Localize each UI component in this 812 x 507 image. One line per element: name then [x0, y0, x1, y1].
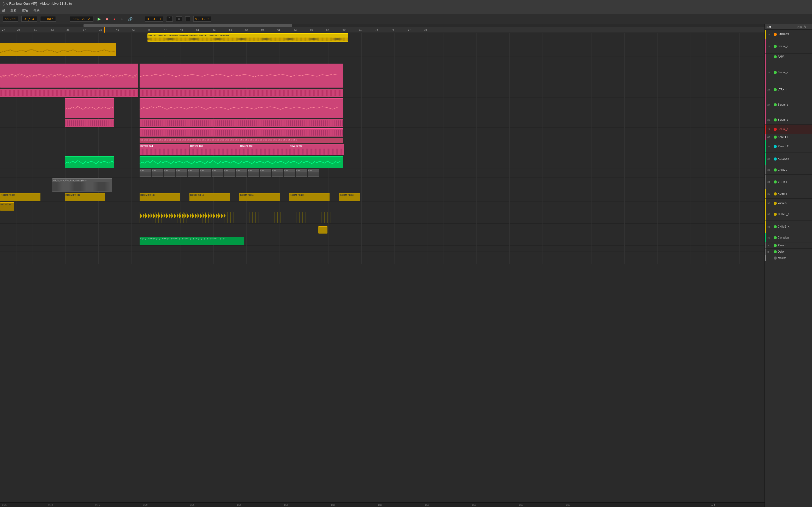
clip-various[interactable]: us 2 - Crow	[0, 202, 14, 211]
track-26-activate[interactable]	[774, 88, 777, 91]
clip-kdbm-7[interactable]: KDBM FX (4)	[339, 193, 360, 201]
clip-cris-1[interactable]: Cris	[140, 169, 151, 177]
clip-serum27-b[interactable]	[140, 98, 343, 118]
tracks-scroll-area[interactable]: SAKURO_SAKURO_SAKURO_SAKURO_SAKURO_SAKUR…	[0, 33, 764, 502]
clip-kdbm-4[interactable]: KDBM FX (4)	[190, 193, 230, 201]
track-header-39[interactable]: 39 Cymatica	[765, 233, 812, 242]
track-master-activate[interactable]	[774, 257, 777, 260]
clip-sakuro-main[interactable]: SAKURO_SAKURO_SAKURO_SAKURO_SAKURO_SAKUR…	[147, 34, 348, 42]
clip-cris-9[interactable]: Cris	[236, 169, 247, 177]
clip-ltrx-a[interactable]	[0, 89, 138, 97]
record-button[interactable]: ●	[112, 17, 116, 21]
clip-serum25-b[interactable]	[140, 64, 343, 88]
more-icon[interactable]: ⋯	[807, 25, 810, 29]
track-29-activate[interactable]	[774, 128, 777, 131]
clip-cris-3[interactable]: Cris	[164, 169, 175, 177]
clip-kdbm-6[interactable]: KDBM FX (4)	[289, 193, 329, 201]
track-header-b-delay[interactable]: B Delay	[765, 249, 812, 255]
track-28-activate[interactable]	[774, 118, 777, 121]
clip-aceaur-b[interactable]	[140, 156, 343, 168]
track-38-activate[interactable]	[774, 225, 777, 228]
menu-options[interactable]: 选项	[22, 8, 28, 13]
tempo-display[interactable]: 99.00	[3, 16, 18, 22]
track-header-a-reverb[interactable]: A Reverb	[765, 242, 812, 249]
track-header-25[interactable]: 25 Serum_s	[765, 60, 812, 85]
clip-aceaur-a[interactable]	[65, 156, 114, 168]
clip-cris-14[interactable]: Cris	[296, 169, 307, 177]
track-35-activate[interactable]	[774, 192, 777, 195]
clip-cris-10[interactable]: Cris	[248, 169, 259, 177]
track-b-activate[interactable]	[774, 250, 777, 253]
clip-reverb-tail-1[interactable]: Reverb Tail	[140, 144, 189, 155]
track-header-37[interactable]: 37 CHIME_K	[765, 208, 812, 221]
loop-end-display[interactable]: 5. 1. 0	[193, 16, 211, 22]
track-header-36[interactable]: 36 Various	[765, 199, 812, 208]
clip-cris-12[interactable]: Cris	[272, 169, 283, 177]
track-30-activate[interactable]	[774, 135, 777, 139]
clip-cris-2[interactable]: Cris	[152, 169, 163, 177]
scroll-thumb[interactable]	[84, 24, 292, 27]
clip-cris-7[interactable]: Cris	[212, 169, 223, 177]
quantize-display[interactable]: 1 Bar	[40, 16, 56, 22]
track-header-38[interactable]: 38 CHIME_K	[765, 221, 812, 233]
loop-button[interactable]: 🔗	[127, 17, 134, 21]
time-sig-display[interactable]: 3 / 4	[21, 16, 37, 22]
position-display[interactable]: 98. 2. 2	[70, 16, 93, 22]
track-25-activate[interactable]	[774, 71, 777, 74]
clip-cris-13[interactable]: Cris	[284, 169, 295, 177]
clip-ltrx-b[interactable]	[140, 89, 343, 97]
clip-cris-8[interactable]: Cris	[223, 169, 235, 177]
track-header-35[interactable]: 35 KDBM F	[765, 189, 812, 199]
menu-view[interactable]: 查看	[10, 8, 17, 13]
track-header-papa[interactable]: PAPA	[765, 54, 812, 60]
clip-cris-11[interactable]: Cris	[260, 169, 271, 177]
clip-reverb-tail-4[interactable]: Reverb Tail	[289, 144, 344, 155]
clip-serum28-a[interactable]	[65, 119, 114, 127]
clip-serum27-a[interactable]	[65, 98, 114, 118]
clip-kdbm-3[interactable]: KDBM FX (4)	[140, 193, 180, 201]
track-36-activate[interactable]	[774, 202, 777, 205]
clip-cris-6[interactable]: Cris	[200, 169, 211, 177]
add-button[interactable]: +	[120, 17, 124, 21]
track-header-34[interactable]: 34 VR_fx_r	[765, 175, 812, 189]
track-header-22[interactable]: 22 SAKURO	[765, 30, 812, 39]
track-34-activate[interactable]	[774, 180, 777, 183]
next-icon[interactable]: ▷	[800, 25, 803, 29]
track-39-activate[interactable]	[774, 236, 777, 239]
track-header-32[interactable]: 32 ACEAUR	[765, 153, 812, 165]
clip-serum25-a[interactable]	[0, 64, 138, 88]
menu-help[interactable]: 帮助	[34, 8, 40, 13]
track-header-27[interactable]: 27 Serum_s	[765, 94, 812, 115]
clip-serum28-b[interactable]	[140, 119, 343, 127]
track-header-30[interactable]: 30 SAMPLIF	[765, 134, 812, 140]
play-button[interactable]: ▶	[97, 16, 102, 21]
track-22-activate[interactable]	[774, 33, 777, 36]
track-header-31[interactable]: 31 Reverb T	[765, 140, 812, 153]
track-37-activate[interactable]	[774, 213, 777, 216]
track-header-23[interactable]: 23 Serum_s	[765, 39, 812, 54]
track-header-28[interactable]: 28 Serum_s	[765, 115, 812, 125]
clip-serum29[interactable]	[140, 128, 343, 136]
track-31-activate[interactable]	[774, 145, 777, 148]
clip-reverb-tail-3[interactable]: Reverb Tail	[239, 144, 289, 155]
prev-icon[interactable]: ◁	[797, 25, 799, 29]
clip-cymatica[interactable]: Cy Cy CCy Cy Cy Cy CCy Cy CCy Cy CCy Cy …	[140, 237, 244, 245]
clip-kdbm-2[interactable]: KDBM FX (4)	[65, 193, 105, 201]
clip-reverb-tail-2[interactable]: Reverb Tail	[190, 144, 239, 155]
track-header-26[interactable]: 26 LTRX_h	[765, 85, 812, 94]
track-32-activate[interactable]	[774, 158, 777, 161]
track-a-activate[interactable]	[774, 244, 777, 247]
track-header-master[interactable]: Master	[765, 255, 812, 261]
clip-vr-riser[interactable]: VR_fx_riser_150_8bar_stratosphere	[52, 178, 112, 192]
clip-cris-4[interactable]: Cris	[175, 169, 187, 177]
track-papa-activate[interactable]	[774, 55, 777, 58]
edit-icon[interactable]: ✎	[804, 25, 806, 29]
clip-chime38[interactable]	[318, 226, 327, 234]
clip-cris-15[interactable]: Cris	[308, 169, 319, 177]
clip-kdbm-5[interactable]: KDBM FX (4)	[239, 193, 280, 201]
clip-kdbm-1[interactable]: KDBM FX (4)	[0, 193, 41, 201]
clip-serum23[interactable]	[0, 43, 116, 56]
stop-button[interactable]: ■	[105, 17, 109, 21]
track-23-activate[interactable]	[774, 45, 777, 48]
clip-samplif[interactable]: SSSSSSSSSSSSSSSSSSSSSSSSSSSSSSSSSSSSSSSS…	[140, 137, 343, 143]
